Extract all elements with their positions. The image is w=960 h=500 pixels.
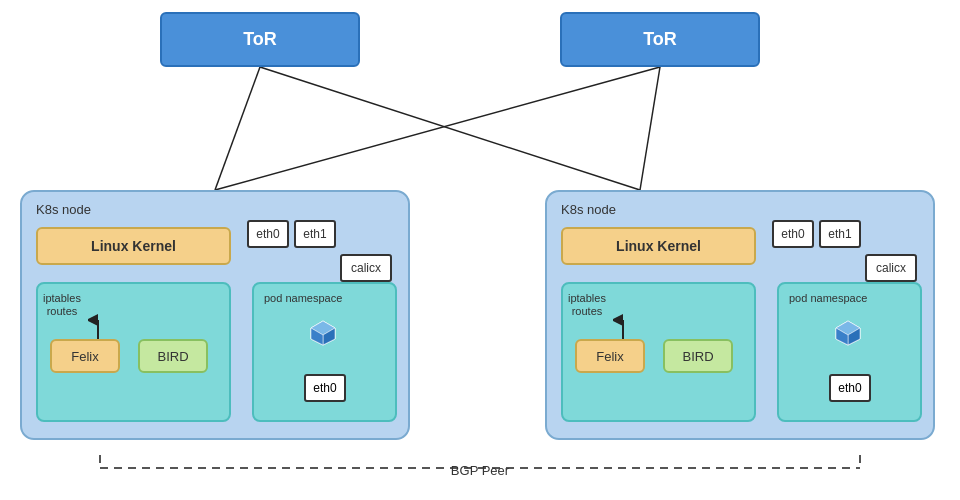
- diagram-container: ToR ToR K8s node Linux Kernel eth0 eth1 …: [0, 0, 960, 500]
- k8s-node-2: K8s node Linux Kernel eth0 eth1 calicx i…: [545, 190, 935, 440]
- inner-container-node1: iptablesroutes: [36, 282, 231, 422]
- pod-namespace-node2: pod namespace eth0: [777, 282, 922, 422]
- k8s-node2-label: K8s node: [561, 202, 616, 217]
- tor2-label: ToR: [643, 29, 677, 50]
- k8s-node-1: K8s node Linux Kernel eth0 eth1 calicx i…: [20, 190, 410, 440]
- pod-eth0-node1: eth0: [304, 374, 346, 402]
- inner-container-node2: iptablesroutes: [561, 282, 756, 422]
- eth1-top-node2: eth1: [819, 220, 861, 248]
- linux-kernel-1: Linux Kernel: [36, 227, 231, 265]
- felix-node2: Felix: [575, 339, 645, 373]
- svg-line-0: [215, 67, 260, 190]
- pod-ns-label-node2: pod namespace: [789, 292, 867, 304]
- svg-line-3: [640, 67, 660, 190]
- linux-kernel-2: Linux Kernel: [561, 227, 756, 265]
- tor2-box: ToR: [560, 12, 760, 67]
- iptables-label-node2: iptablesroutes: [568, 292, 606, 318]
- calicx-node2: calicx: [865, 254, 917, 282]
- eth0-top-node1: eth0: [247, 220, 289, 248]
- cube-icon-pod-node1: [309, 319, 337, 350]
- eth0-top-node2: eth0: [772, 220, 814, 248]
- bgp-peer-label: BGP Peer: [451, 463, 509, 478]
- calicx-node1: calicx: [340, 254, 392, 282]
- svg-line-2: [215, 67, 660, 190]
- bird-node2: BIRD: [663, 339, 733, 373]
- eth1-top-node1: eth1: [294, 220, 336, 248]
- svg-line-1: [260, 67, 640, 190]
- k8s-node1-label: K8s node: [36, 202, 91, 217]
- pod-ns-label-node1: pod namespace: [264, 292, 342, 304]
- pod-eth0-node2: eth0: [829, 374, 871, 402]
- cube-icon-pod-node2: [834, 319, 862, 350]
- tor1-box: ToR: [160, 12, 360, 67]
- felix-node1: Felix: [50, 339, 120, 373]
- bird-node1: BIRD: [138, 339, 208, 373]
- tor1-label: ToR: [243, 29, 277, 50]
- iptables-label-node1: iptablesroutes: [43, 292, 81, 318]
- pod-namespace-node1: pod namespace eth0: [252, 282, 397, 422]
